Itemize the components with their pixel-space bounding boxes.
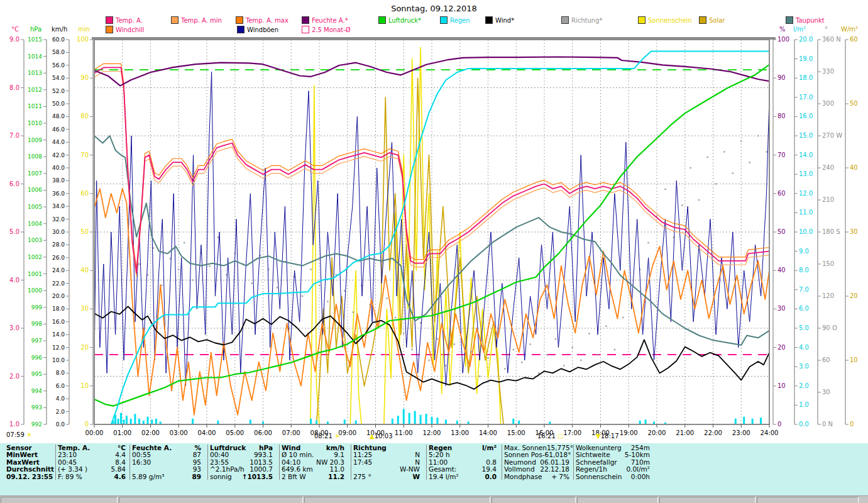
x-tick-label: 21:00 — [676, 429, 694, 436]
x-tick-label: 02:00 — [141, 429, 160, 436]
svg-text:80: 80 — [80, 113, 89, 119]
svg-text:60: 60 — [822, 357, 830, 363]
svg-text:999: 999 — [31, 304, 42, 311]
svg-text:50.0: 50.0 — [52, 101, 65, 107]
moonset-icon: ▼ — [596, 433, 601, 439]
svg-text:330: 330 — [822, 68, 834, 75]
svg-text:°C: °C — [11, 26, 19, 33]
svg-text:24.0: 24.0 — [52, 267, 65, 274]
svg-text:60: 60 — [80, 190, 89, 197]
svg-text:1005: 1005 — [28, 204, 42, 210]
svg-text:70: 70 — [80, 152, 89, 158]
svg-text:1000: 1000 — [28, 287, 42, 294]
svg-text:22.0: 22.0 — [52, 280, 65, 287]
svg-text:4.0: 4.0 — [56, 395, 65, 402]
axis-min: 1009080706050403020100 — [77, 36, 93, 428]
axis-deg: 360 N330300270 W240210180 S15012090 O603… — [818, 36, 842, 428]
status-segment-6 — [659, 497, 755, 503]
status-bar — [0, 495, 868, 503]
svg-text:6.0: 6.0 — [799, 305, 809, 312]
svg-text:20.0: 20.0 — [52, 293, 65, 299]
svg-text:34.0: 34.0 — [52, 203, 65, 209]
svg-text:1014: 1014 — [28, 53, 42, 60]
svg-text:993: 993 — [31, 404, 42, 411]
svg-text:1010: 1010 — [28, 120, 42, 126]
svg-text:52.0: 52.0 — [52, 88, 65, 94]
svg-text:0.0: 0.0 — [56, 421, 65, 428]
dawn-time: 07:59 ☀ — [6, 431, 32, 438]
stat-col-temp-a: Temp. A.°C23:104.400:458.4(+ 3.34 )5.84F… — [58, 445, 126, 480]
svg-text:14.0: 14.0 — [799, 152, 813, 158]
svg-text:1007: 1007 — [28, 170, 42, 177]
svg-text:44.0: 44.0 — [52, 139, 65, 145]
svg-text:3.0: 3.0 — [799, 363, 809, 370]
svg-text:50: 50 — [850, 100, 858, 107]
svg-text:11.0: 11.0 — [799, 209, 813, 216]
axis-pct: 1009080706050403020100 — [773, 36, 789, 428]
svg-text:0 N: 0 N — [822, 421, 833, 428]
stat-col-richtung: Richtung11:25N17:45NW-NW275 °W — [353, 445, 420, 480]
svg-text:10: 10 — [777, 382, 786, 389]
svg-text:994: 994 — [31, 388, 42, 394]
weather-app-window: { "title":"Sonntag, 09.12.2018", "legend… — [0, 0, 868, 503]
svg-text:8.0: 8.0 — [56, 370, 65, 376]
x-tick-label: 12:00 — [423, 429, 441, 436]
svg-text:16.0: 16.0 — [52, 319, 65, 325]
svg-text:6.0: 6.0 — [56, 383, 65, 389]
svg-text:150: 150 — [822, 260, 834, 267]
svg-text:100: 100 — [77, 36, 89, 43]
svg-text:58.0: 58.0 — [52, 49, 65, 55]
table-separator — [351, 445, 351, 480]
status-segment-7 — [757, 497, 859, 503]
svg-text:9.0: 9.0 — [9, 36, 19, 43]
stat-col-astro: Max. Sonnen15,775°Sonnen Pos-61,018°Neum… — [504, 445, 569, 480]
x-tick-label: 14:00 — [479, 429, 497, 436]
axis-wm2: 6050403020100 — [845, 36, 858, 428]
x-tick-label: 00:00 — [85, 429, 104, 436]
moonrise-time: ▲10:03 — [370, 433, 393, 439]
x-tick-label: 03:00 — [170, 429, 188, 436]
dawn-sun-icon: ☀ — [26, 431, 32, 438]
svg-text:38.0: 38.0 — [52, 177, 65, 184]
svg-text:2.0: 2.0 — [799, 382, 809, 389]
svg-text:4.0: 4.0 — [799, 344, 809, 351]
svg-text:2.0: 2.0 — [56, 409, 65, 415]
sunrise-time: 08:21 ☀ — [314, 433, 340, 439]
axis-lm2: 20.019.018.017.016.015.014.013.012.011.0… — [794, 36, 813, 428]
svg-text:270 W: 270 W — [822, 132, 842, 139]
stat-col-wind: Windkm/hØ 10 min.9.104:10NW 20.3649.6 km… — [282, 445, 344, 480]
svg-text:1011: 1011 — [28, 103, 42, 109]
svg-text:30: 30 — [822, 389, 830, 395]
svg-text:996: 996 — [31, 355, 42, 361]
svg-text:50: 50 — [777, 228, 786, 235]
x-tick-label: 06:00 — [254, 429, 272, 436]
svg-text:12.0: 12.0 — [52, 345, 65, 351]
svg-text:12.0: 12.0 — [799, 190, 813, 197]
svg-text:14.0: 14.0 — [52, 331, 65, 338]
svg-text:992: 992 — [31, 421, 42, 428]
svg-text:20.0: 20.0 — [799, 36, 813, 43]
axis-hpa: 1015101410131012101110101009100810071006… — [28, 36, 47, 428]
stat-col-luftdruck: LuftdruckhPa00:40993.123:551013.5^2.1hPa… — [210, 445, 273, 480]
svg-text:l/m²: l/m² — [793, 26, 806, 33]
stat-col-misc: Wolkenunterg254mSichtweite5-10kmSchneefa… — [576, 445, 650, 480]
svg-text:40: 40 — [850, 164, 858, 171]
svg-text:13.0: 13.0 — [799, 170, 813, 177]
table-separator — [55, 445, 56, 480]
x-tick-label: 05:00 — [226, 429, 244, 436]
svg-text:18.0: 18.0 — [52, 306, 65, 312]
svg-text:1002: 1002 — [28, 254, 42, 260]
svg-text:1008: 1008 — [28, 153, 42, 160]
x-tick-label: 19:00 — [620, 429, 638, 436]
svg-text:90: 90 — [777, 74, 786, 81]
svg-text:1015: 1015 — [28, 36, 42, 43]
svg-text:7.0: 7.0 — [9, 132, 19, 139]
svg-text:40.0: 40.0 — [52, 165, 65, 171]
svg-text:1006: 1006 — [28, 187, 42, 193]
svg-text:30: 30 — [850, 228, 858, 235]
svg-text:998: 998 — [31, 321, 42, 327]
svg-text:10.0: 10.0 — [799, 228, 813, 235]
svg-text:%: % — [779, 26, 786, 33]
svg-text:40: 40 — [777, 267, 786, 274]
axis-kmh: 60.058.056.054.052.050.048.046.044.042.0… — [52, 36, 69, 428]
